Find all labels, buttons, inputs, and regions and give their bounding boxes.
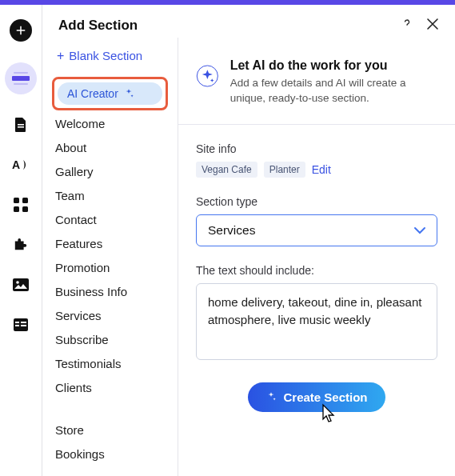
plus-icon [14, 23, 28, 38]
page-button[interactable] [11, 115, 30, 134]
ai-hero: Let AI do the work for you Add a few det… [196, 58, 437, 106]
site-info-tag: Planter [264, 162, 305, 178]
apps-button[interactable] [11, 195, 30, 214]
divider [178, 124, 455, 125]
section-type-select[interactable]: Services [196, 214, 437, 246]
sidebar-item-about[interactable]: About [55, 141, 165, 154]
apps-icon [14, 198, 28, 212]
sidebar-item-clients[interactable]: Clients [55, 381, 165, 394]
left-rail: A [0, 5, 42, 476]
panel-header: Add Section [42, 5, 455, 38]
sidebar-item-services[interactable]: Services [55, 309, 165, 322]
svg-rect-13 [15, 322, 19, 323]
site-info-label: Site info [196, 142, 437, 155]
sidebar-item-bookings[interactable]: Bookings [55, 447, 165, 461]
section-type-label: Section type [196, 195, 437, 208]
create-section-button[interactable]: Create Section [248, 382, 385, 412]
svg-rect-14 [21, 322, 26, 323]
sidebar-item-promotion[interactable]: Promotion [55, 261, 165, 274]
sidebar-item-team[interactable]: Team [55, 189, 165, 202]
theme-icon: A [12, 158, 30, 172]
image-icon [13, 278, 29, 291]
sidebar-item-welcome[interactable]: Welcome [55, 117, 165, 130]
svg-rect-1 [14, 72, 28, 74]
sidebar-item-subscribe[interactable]: Subscribe [55, 333, 165, 346]
plus-icon: + [57, 50, 64, 62]
sidebar-item-business-info[interactable]: Business Info [55, 285, 165, 298]
svg-rect-0 [12, 76, 30, 81]
svg-rect-6 [14, 198, 19, 203]
page-icon [14, 117, 28, 133]
svg-rect-10 [13, 278, 29, 291]
svg-rect-7 [22, 198, 28, 203]
svg-rect-9 [22, 206, 28, 212]
table-icon [14, 318, 28, 331]
media-button[interactable] [11, 275, 30, 294]
addons-button[interactable] [11, 235, 30, 254]
section-type-list: Welcome About Gallery Team Contact Featu… [52, 114, 168, 461]
chevron-down-icon [414, 223, 425, 238]
sparkle-icon [265, 391, 277, 402]
sparkle-circle-icon [196, 58, 219, 94]
help-icon [399, 16, 415, 32]
svg-rect-16 [21, 325, 26, 326]
blank-section-label: Blank Section [69, 49, 142, 62]
table-button[interactable] [11, 315, 30, 334]
highlight-frame: AI Creator [52, 77, 168, 110]
sparkle-icon [123, 88, 134, 99]
blank-section-button[interactable]: + Blank Section [52, 42, 168, 74]
help-button[interactable] [399, 16, 415, 34]
svg-rect-2 [14, 83, 28, 85]
ai-hero-title: Let AI do the work for you [230, 58, 437, 73]
sidebar-item-contact[interactable]: Contact [55, 213, 165, 226]
puzzle-icon [14, 238, 28, 252]
close-button[interactable] [426, 18, 439, 33]
ai-hero-subtitle: Add a few details and AI will create a u… [230, 76, 437, 106]
close-icon [426, 18, 439, 30]
sidebar-item-features[interactable]: Features [55, 237, 165, 250]
ai-creator-label: AI Creator [67, 87, 118, 100]
section-button[interactable] [5, 62, 37, 94]
panel-title: Add Section [58, 18, 138, 34]
create-section-label: Create Section [283, 390, 367, 404]
sidebar-item-store[interactable]: Store [55, 423, 165, 437]
edit-site-info-link[interactable]: Edit [312, 163, 331, 176]
svg-rect-8 [14, 206, 19, 212]
ai-creator-tab[interactable]: AI Creator [58, 82, 162, 105]
text-include-input[interactable]: home delivery, takeout, dine in, pleasan… [196, 283, 437, 360]
add-button[interactable] [10, 19, 32, 42]
theme-button[interactable]: A [11, 155, 30, 174]
text-include-label: The text should include: [196, 264, 437, 277]
site-info-tag: Vegan Cafe [196, 162, 257, 178]
section-type-value: Services [208, 223, 255, 238]
section-icon [12, 72, 30, 85]
sidebar-item-testimonials[interactable]: Testimonials [55, 357, 165, 370]
svg-rect-15 [15, 325, 19, 326]
svg-point-11 [16, 281, 19, 284]
site-info-chips: Vegan Cafe Planter Edit [196, 162, 437, 178]
ai-form-column: Let AI do the work for you Add a few det… [178, 38, 455, 476]
svg-rect-3 [18, 124, 24, 126]
section-list-column: + Blank Section AI Creator Welcome About… [42, 38, 178, 476]
svg-text:A: A [12, 158, 20, 171]
svg-rect-4 [18, 126, 24, 128]
sidebar-item-gallery[interactable]: Gallery [55, 165, 165, 178]
